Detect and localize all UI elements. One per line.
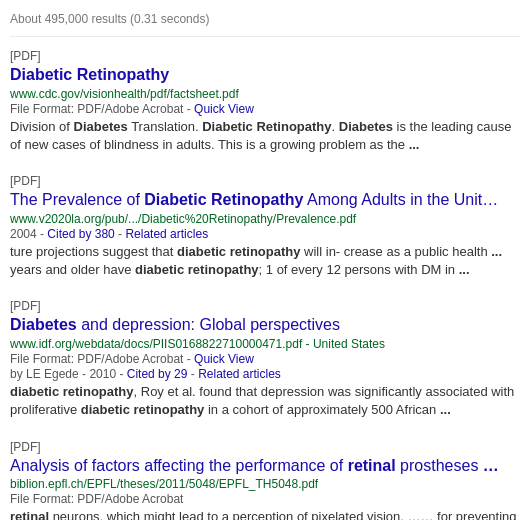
result-snippet: retinal neurons, which might lead to a p… bbox=[10, 508, 520, 520]
result-url: www.v2020la.org/pub/.../Diabetic%20Retin… bbox=[10, 212, 520, 226]
result-meta: 2004 - Cited by 380 - Related articles bbox=[10, 227, 520, 241]
result-tag: [PDF] bbox=[10, 49, 520, 63]
result-url: www.idf.org/webdata/docs/PIIS01688227100… bbox=[10, 337, 520, 351]
cited-link-3[interactable]: Cited by 29 bbox=[127, 367, 188, 381]
result-tag: [PDF] bbox=[10, 299, 520, 313]
result-url: www.cdc.gov/visionhealth/pdf/factsheet.p… bbox=[10, 87, 520, 101]
results-count: About 495,000 results (0.31 seconds) bbox=[10, 8, 520, 37]
result-tag: [PDF] bbox=[10, 174, 520, 188]
result-title[interactable]: The Prevalence of Diabetic Retinopathy A… bbox=[10, 190, 520, 211]
result-item: [PDF] The Prevalence of Diabetic Retinop… bbox=[10, 174, 520, 279]
result-snippet: ture projections suggest that diabetic r… bbox=[10, 243, 520, 279]
result-item: [PDF] Analysis of factors affecting the … bbox=[10, 440, 520, 520]
result-meta: File Format: PDF/Adobe Acrobat - Quick V… bbox=[10, 102, 520, 116]
result-url: biblion.epfl.ch/EPFL/theses/2011/5048/EP… bbox=[10, 477, 520, 491]
result-title[interactable]: Analysis of factors affecting the perfor… bbox=[10, 456, 520, 477]
result-meta: by LE Egede - 2010 - Cited by 29 - Relat… bbox=[10, 367, 520, 381]
result-item: [PDF] Diabetes and depression: Global pe… bbox=[10, 299, 520, 419]
cited-link-2[interactable]: Cited by 380 bbox=[47, 227, 114, 241]
result-title[interactable]: Diabetic Retinopathy bbox=[10, 65, 520, 86]
result-title[interactable]: Diabetes and depression: Global perspect… bbox=[10, 315, 520, 336]
result-snippet: diabetic retinopathy, Roy et al. found t… bbox=[10, 383, 520, 419]
result-meta: File Format: PDF/Adobe Acrobat bbox=[10, 492, 520, 506]
result-snippet: Division of Diabetes Translation. Diabet… bbox=[10, 118, 520, 154]
result-tag: [PDF] bbox=[10, 440, 520, 454]
related-articles-link-2[interactable]: Related articles bbox=[125, 227, 208, 241]
result-meta: File Format: PDF/Adobe Acrobat - Quick V… bbox=[10, 352, 520, 366]
quick-view-link-3[interactable]: Quick View bbox=[194, 352, 254, 366]
quick-view-link-1[interactable]: Quick View bbox=[194, 102, 254, 116]
result-item: [PDF] Diabetic Retinopathy www.cdc.gov/v… bbox=[10, 49, 520, 154]
related-articles-link-3[interactable]: Related articles bbox=[198, 367, 281, 381]
